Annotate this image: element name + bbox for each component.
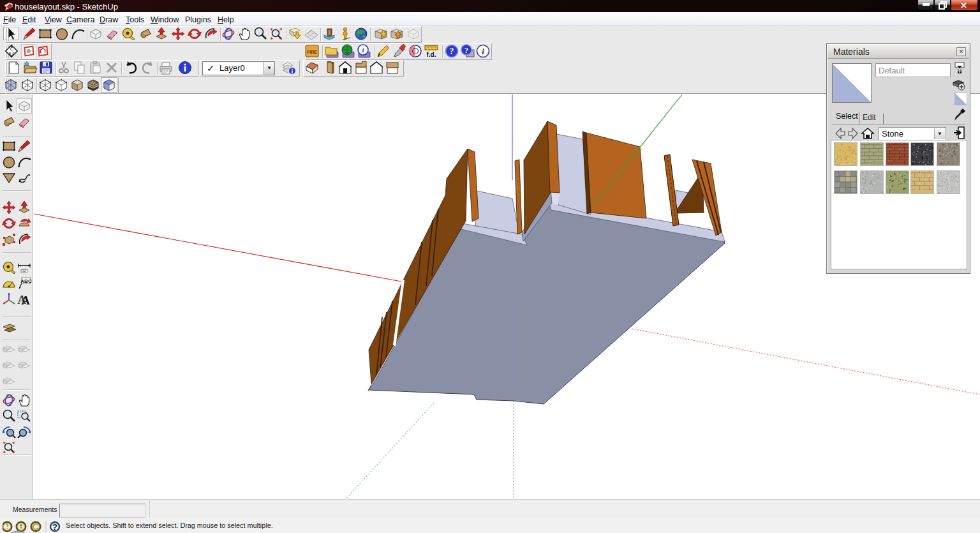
svg-text:?: ? [52,522,57,532]
